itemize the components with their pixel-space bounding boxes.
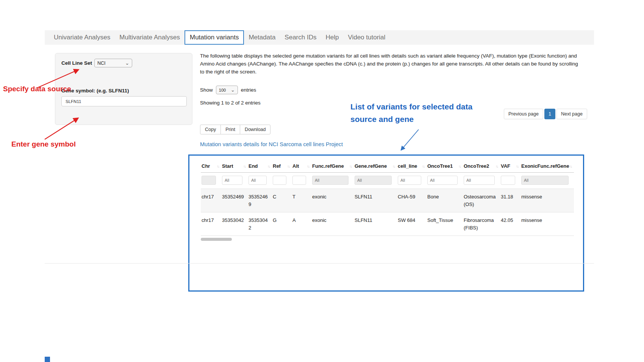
table-cell: 35353042 [221, 212, 248, 236]
cell-line-set-select[interactable]: NCI ⌄ [94, 59, 132, 67]
page-length-value: 100 [219, 88, 226, 92]
tab-mutation-variants[interactable]: Mutation variants [184, 30, 244, 45]
filter-end[interactable] [249, 176, 267, 185]
table-caption: Mutation variants details for NCI Sarcom… [200, 141, 343, 147]
previous-page-button[interactable]: Previous page [504, 109, 543, 119]
chevron-down-icon: ⌄ [231, 89, 235, 92]
sort-icon: ↑↓ [243, 164, 245, 169]
column-header-alt[interactable]: ↑↓Alt [292, 159, 311, 173]
page: Univariate Analyses Multivariate Analyse… [0, 0, 644, 362]
tab-metadata[interactable]: Metadata [244, 30, 280, 45]
column-header-vaf[interactable]: ↑↓VAF [500, 159, 521, 173]
filter-start[interactable] [222, 176, 242, 185]
cell-line-set-value: NCI [97, 61, 106, 66]
scrollbar-thumb[interactable] [201, 238, 232, 241]
variants-table: ↑↓Chr ↑↓Start ↑↓End ↑↓Ref ↑↓Alt ↑↓Func.r… [201, 159, 574, 236]
sort-icon: ↑↓ [267, 164, 270, 169]
filter-ref[interactable] [273, 176, 286, 185]
column-header-gene-refgene[interactable]: ↑↓Gene.refGene [354, 159, 397, 173]
pagination: Previous page 1 Next page [504, 109, 587, 119]
filter-oncotree2[interactable] [464, 176, 495, 185]
table-row: chr17 35353042 35353042 G A exonic SLFN1… [201, 212, 574, 236]
annotation-variants-list: List of variants for selected data sourc… [350, 101, 472, 125]
export-buttons: Copy Print Download [200, 125, 270, 134]
table-cell: chr17 [201, 212, 221, 236]
table-cell: SW 684 [397, 212, 427, 236]
sort-icon: ↑↓ [496, 164, 498, 169]
table-cell: C [272, 189, 292, 212]
table-cell: missense [521, 212, 574, 236]
filter-vaf[interactable] [501, 176, 515, 185]
table-row: chr17 35352469 35352469 C T exonic SLFN1… [201, 189, 574, 212]
chevron-down-icon: ⌄ [125, 62, 129, 65]
tab-search-ids[interactable]: Search IDs [280, 30, 321, 45]
column-header-oncotree1[interactable]: ↑↓OncoTree1 [427, 159, 463, 173]
table-cell: 35352469 [221, 189, 248, 212]
content-divider [45, 263, 594, 264]
filter-oncotree1[interactable] [427, 176, 458, 185]
table-cell: 35353042 [248, 212, 272, 236]
sort-icon: ↑↓ [422, 164, 424, 169]
description-text: The following table displays the selecte… [200, 52, 578, 76]
horizontal-scrollbar[interactable] [201, 238, 574, 241]
sort-icon: ↑↓ [458, 164, 461, 169]
sort-icon: ↑↓ [516, 164, 518, 169]
sort-icon: ↑↓ [349, 164, 352, 169]
table-cell: T [292, 189, 311, 212]
column-header-exonicfunc-refgene[interactable]: ↑↓ExonicFunc.refGene [521, 159, 574, 173]
header-row: ↑↓Chr ↑↓Start ↑↓End ↑↓Ref ↑↓Alt ↑↓Func.r… [201, 159, 574, 173]
tab-multivariate-analyses[interactable]: Multivariate Analyses [115, 30, 184, 45]
entries-label: entries [241, 87, 256, 93]
showing-info: Showing 1 to 2 of 2 entries [200, 100, 261, 106]
table-cell: Osteosarcoma (OS) [463, 189, 500, 212]
tab-video-tutorial[interactable]: Video tutorial [343, 30, 390, 45]
table-cell: 31.18 [500, 189, 521, 212]
column-header-cell-line[interactable]: ↑↓cell_line [397, 159, 427, 173]
bottom-left-blue-fragment [45, 357, 50, 362]
sort-icon: ↑↓ [287, 164, 289, 169]
filter-func-refgene[interactable] [312, 176, 349, 185]
blue-arrow-to-table [396, 127, 423, 154]
red-arrow-to-dropdown [34, 65, 83, 92]
show-label: Show [200, 87, 213, 93]
filter-cell-line[interactable] [398, 176, 421, 185]
filter-gene-refgene[interactable] [355, 176, 392, 185]
gene-symbol-input[interactable] [61, 96, 187, 106]
table-cell: A [292, 212, 311, 236]
column-header-func-refgene[interactable]: ↑↓Func.refGene [311, 159, 354, 173]
table-cell: Bone [427, 189, 463, 212]
filter-chr[interactable] [202, 176, 216, 185]
sort-icon: ↑↓ [217, 164, 219, 169]
print-button[interactable]: Print [220, 125, 240, 134]
column-header-oncotree2[interactable]: ↑↓OncoTree2 [463, 159, 500, 173]
annotation-variants-list-line2: source and gene [350, 113, 472, 126]
table-cell: G [272, 212, 292, 236]
download-button[interactable]: Download [240, 125, 271, 134]
main-nav: Univariate Analyses Multivariate Analyse… [45, 30, 594, 45]
column-header-chr[interactable]: ↑↓Chr [201, 159, 221, 173]
table-cell: missense [521, 189, 574, 212]
tab-univariate-analyses[interactable]: Univariate Analyses [49, 30, 115, 45]
table-cell: 42.05 [500, 212, 521, 236]
filter-row [201, 173, 574, 189]
table-cell: exonic [311, 189, 354, 212]
next-page-button[interactable]: Next page [556, 109, 587, 119]
column-header-start[interactable]: ↑↓Start [221, 159, 248, 173]
copy-button[interactable]: Copy [200, 125, 221, 134]
page-1-button[interactable]: 1 [544, 109, 555, 119]
tab-help[interactable]: Help [321, 30, 343, 45]
filter-exonicfunc-refgene[interactable] [521, 176, 569, 185]
column-header-ref[interactable]: ↑↓Ref [272, 159, 292, 173]
red-arrow-to-input [41, 115, 83, 142]
column-header-end[interactable]: ↑↓End [248, 159, 272, 173]
table-cell: SLFN11 [354, 189, 397, 212]
sort-icon: ↑↓ [569, 164, 572, 169]
page-length-select[interactable]: 100 ⌄ [216, 86, 238, 94]
table-cell: 35352469 [248, 189, 272, 212]
table-cell: Fibrosarcoma (FIBS) [463, 212, 500, 236]
table-cell: SLFN11 [354, 212, 397, 236]
sort-icon: ↑↓ [307, 164, 309, 169]
variants-table-container: ↑↓Chr ↑↓Start ↑↓End ↑↓Ref ↑↓Alt ↑↓Func.r… [188, 154, 584, 292]
filter-alt[interactable] [292, 176, 306, 185]
page-length-control: Show 100 ⌄ entries [200, 86, 256, 94]
